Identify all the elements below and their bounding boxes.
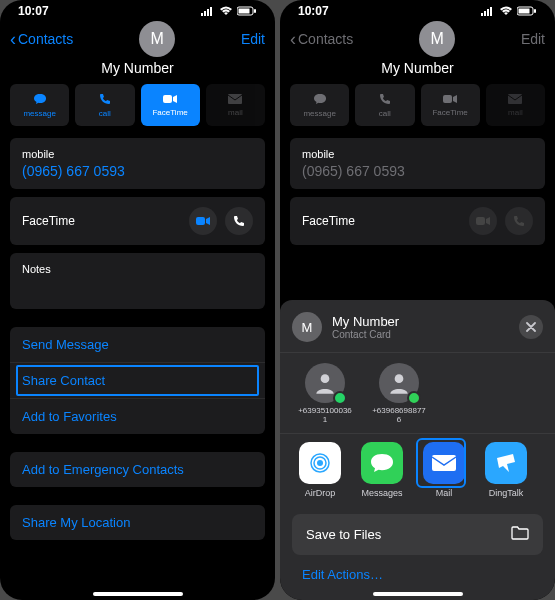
status-bar-r: 10:07 [280,0,555,22]
action-list-1: Send Message Share Contact Add to Favori… [10,327,265,434]
sheet-close-button[interactable] [519,315,543,339]
nav-edit-button-r: Edit [521,31,545,47]
svg-point-22 [317,460,323,466]
signal-icon [201,6,215,16]
messages-badge-icon [407,391,421,405]
quick-actions-r: message call FaceTime mail [280,76,555,134]
notes-card[interactable]: Notes [10,253,265,309]
video-icon [163,93,177,107]
messages-app-icon [361,442,403,484]
folder-icon [511,526,529,543]
nav-bar: ‹ Contacts M Edit [0,22,275,56]
facetime-video-button-r [469,207,497,235]
action-share-contact[interactable]: Share Contact [10,363,265,399]
edit-actions-link[interactable]: Edit Actions… [280,555,555,582]
svg-rect-6 [254,9,256,13]
nav-edit-button[interactable]: Edit [241,31,265,47]
app-dingtalk[interactable]: DingTalk [482,442,530,498]
phone-icon [99,93,111,108]
phone-right: 10:07 ‹ Contacts M Edit My Number messag… [280,0,555,600]
svg-rect-3 [210,7,212,16]
home-indicator[interactable] [93,592,183,596]
sheet-header: M My Number Contact Card [280,310,555,352]
svg-rect-18 [508,94,522,104]
contact-header-r: M [419,21,455,57]
qa-call-r: call [355,84,414,126]
wifi-icon [499,6,513,16]
facetime-audio-button-r [505,207,533,235]
chevron-left-icon: ‹ [290,30,296,48]
action-add-favorites[interactable]: Add to Favorites [10,399,265,434]
qa-mail-r: mail [486,84,545,126]
qa-message-label: message [23,109,55,118]
phone-icon [379,93,391,108]
action-add-emergency[interactable]: Add to Emergency Contacts [10,452,265,487]
message-icon [33,93,47,108]
svg-rect-11 [484,11,486,16]
qa-facetime-label: FaceTime [152,108,187,117]
chevron-left-icon: ‹ [10,30,16,48]
action-list-3: Share My Location [10,505,265,540]
svg-point-21 [395,375,404,384]
svg-rect-1 [204,11,206,16]
battery-icon [237,6,257,16]
mail-icon [228,93,242,107]
wifi-icon [219,6,233,16]
save-to-files[interactable]: Save to Files [292,514,543,555]
contact-name-r: My Number [280,60,555,76]
nav-back-label-r: Contacts [298,31,353,47]
mobile-card[interactable]: mobile (0965) 667 0593 [10,138,265,189]
people-row: +639351000361 +639686988776 [280,353,555,433]
nav-back-button-r: ‹ Contacts [290,30,353,48]
sheet-avatar: M [292,312,322,342]
contact-header: M [139,21,175,57]
contact-avatar[interactable]: M [139,21,175,57]
facetime-label: FaceTime [22,214,75,228]
status-time-r: 10:07 [298,4,329,18]
qa-facetime[interactable]: FaceTime [141,84,200,126]
person-2[interactable]: +639686988776 [372,363,426,425]
person-avatar-icon [305,363,345,403]
message-icon [313,93,327,108]
nav-back-label: Contacts [18,31,73,47]
app-airdrop[interactable]: AirDrop [296,442,344,498]
qa-call[interactable]: call [75,84,134,126]
action-share-location[interactable]: Share My Location [10,505,265,540]
svg-point-20 [321,375,330,384]
app-mail[interactable]: Mail [420,442,468,498]
svg-rect-13 [490,7,492,16]
facetime-audio-button[interactable] [225,207,253,235]
apps-row: AirDrop Messages Mail DingTalk [280,434,555,508]
nav-back-button[interactable]: ‹ Contacts [10,30,73,48]
mobile-number: (0965) 667 0593 [22,163,253,179]
person-2-label: +639686988776 [372,407,426,425]
person-1[interactable]: +639351000361 [298,363,352,425]
svg-rect-2 [207,9,209,16]
sheet-title: My Number [332,314,509,329]
contact-name: My Number [0,60,275,76]
battery-icon [517,6,537,16]
person-1-label: +639351000361 [298,407,352,425]
app-messages[interactable]: Messages [358,442,406,498]
home-indicator-r[interactable] [373,592,463,596]
svg-rect-5 [239,9,250,14]
qa-message-r: message [290,84,349,126]
svg-rect-10 [481,13,483,16]
facetime-video-button[interactable] [189,207,217,235]
action-send-message[interactable]: Send Message [10,327,265,363]
status-bar: 10:07 [0,0,275,22]
share-sheet: M My Number Contact Card +639351000361 [280,300,555,600]
airdrop-icon [299,442,341,484]
phone-left: 10:07 ‹ Contacts M Edit My Number messag… [0,0,275,600]
contact-avatar-r: M [419,21,455,57]
svg-rect-17 [443,95,452,103]
qa-message[interactable]: message [10,84,69,126]
mobile-card-r: mobile (0965) 667 0593 [290,138,545,189]
facetime-card-r: FaceTime [290,197,545,245]
mobile-label: mobile [22,148,253,160]
sheet-subtitle: Contact Card [332,329,509,340]
svg-rect-12 [487,9,489,16]
svg-rect-0 [201,13,203,16]
svg-rect-15 [519,9,530,14]
qa-facetime-r: FaceTime [421,84,480,126]
